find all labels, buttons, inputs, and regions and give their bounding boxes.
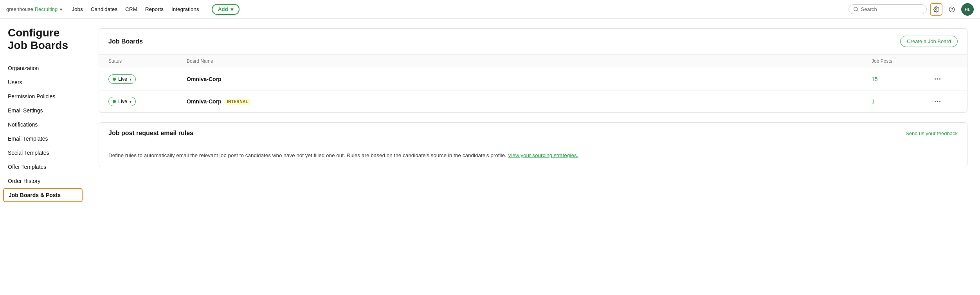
sidebar-item-offer-templates[interactable]: Offer Templates <box>0 160 86 174</box>
job-post-rules-card: Job post request email rules Send us you… <box>99 122 967 167</box>
row1-status-chevron-icon: ▾ <box>130 77 132 81</box>
add-button[interactable]: Add ▾ <box>212 4 240 15</box>
sidebar-item-users[interactable]: Users <box>0 75 86 89</box>
job-post-rules-title: Job post request email rules <box>108 130 193 137</box>
add-label: Add <box>218 6 228 12</box>
job-post-rules-description: Define rules to automatically email the … <box>108 151 958 160</box>
svg-point-2 <box>935 9 937 10</box>
row2-job-posts-link[interactable]: 1 <box>872 98 875 105</box>
job-boards-header: Job Boards Create a Job Board <box>99 29 967 54</box>
main-content: Job Boards Create a Job Board Status Boa… <box>86 19 980 295</box>
sidebar-item-organization[interactable]: Organization <box>0 61 86 75</box>
row1-board-name: Omniva-Corp <box>187 76 872 82</box>
row1-actions-cell: ··· <box>934 75 958 83</box>
row1-job-posts-cell: 15 <box>872 76 934 82</box>
nav-reports[interactable]: Reports <box>145 6 164 12</box>
sidebar-item-permission-policies[interactable]: Permission Policies <box>0 89 86 103</box>
row2-job-posts-cell: 1 <box>872 98 934 105</box>
gear-icon <box>933 6 939 13</box>
page-title: Configure Job Boards <box>0 27 86 61</box>
table-column-headers: Status Board Name Job Posts <box>99 54 967 68</box>
top-navigation: greenhouse Recruiting ▾ Jobs Candidates … <box>0 0 980 19</box>
row1-status-dot <box>113 78 116 81</box>
row1-status-cell: Live ▾ <box>108 74 187 84</box>
row1-status-label: Live <box>118 76 127 82</box>
row2-status-badge[interactable]: Live ▾ <box>108 97 136 106</box>
sidebar-item-social-templates[interactable]: Social Templates <box>0 146 86 160</box>
logo-recruiting-text: Recruiting <box>35 6 58 12</box>
nav-links: Jobs Candidates CRM Reports Integrations… <box>72 4 240 15</box>
nav-integrations[interactable]: Integrations <box>171 6 199 12</box>
feedback-link[interactable]: Send us your feedback <box>906 130 958 136</box>
row2-status-chevron-icon: ▾ <box>130 100 132 104</box>
svg-line-1 <box>857 10 858 11</box>
row2-actions-cell: ··· <box>934 98 958 106</box>
job-boards-title: Job Boards <box>108 38 143 45</box>
nav-candidates[interactable]: Candidates <box>91 6 117 12</box>
search-box[interactable] <box>848 4 927 14</box>
table-row: Live ▾ Omniva-Corp INTERNAL 1 ··· <box>99 90 967 112</box>
sidebar-item-job-boards-posts[interactable]: Job Boards & Posts <box>3 188 83 202</box>
job-post-rules-body: Define rules to automatically email the … <box>99 144 967 167</box>
row2-status-dot <box>113 100 116 103</box>
row2-more-button[interactable]: ··· <box>934 98 941 106</box>
logo-chevron-icon: ▾ <box>60 7 62 12</box>
question-icon <box>949 6 955 13</box>
row1-status-badge[interactable]: Live ▾ <box>108 74 136 84</box>
search-icon <box>854 7 859 12</box>
row2-board-name: Omniva-Corp INTERNAL <box>187 98 872 105</box>
row1-job-posts-link[interactable]: 15 <box>872 76 878 82</box>
nav-right-area: HL <box>848 3 974 16</box>
col-board-name: Board Name <box>187 58 872 64</box>
avatar[interactable]: HL <box>961 3 974 16</box>
add-chevron-icon: ▾ <box>231 6 233 13</box>
nav-jobs[interactable]: Jobs <box>72 6 83 12</box>
sidebar-nav: Organization Users Permission Policies E… <box>0 61 86 202</box>
search-input[interactable] <box>861 6 922 12</box>
sidebar: Configure Job Boards Organization Users … <box>0 19 86 295</box>
sidebar-item-order-history[interactable]: Order History <box>0 174 86 188</box>
nav-crm[interactable]: CRM <box>125 6 137 12</box>
sidebar-item-email-settings[interactable]: Email Settings <box>0 103 86 118</box>
row2-status-label: Live <box>118 99 127 104</box>
table-row: Live ▾ Omniva-Corp 15 ··· <box>99 68 967 90</box>
col-status: Status <box>108 58 187 64</box>
job-post-rules-header: Job post request email rules Send us you… <box>99 123 967 144</box>
job-boards-card: Job Boards Create a Job Board Status Boa… <box>99 28 967 113</box>
logo-greenhouse-text: greenhouse <box>6 6 33 12</box>
sidebar-item-notifications[interactable]: Notifications <box>0 118 86 132</box>
page-layout: Configure Job Boards Organization Users … <box>0 19 980 295</box>
sourcing-strategies-link[interactable]: View your sourcing strategies. <box>508 152 578 158</box>
settings-button[interactable] <box>930 3 942 16</box>
logo-area[interactable]: greenhouse Recruiting ▾ <box>6 6 62 12</box>
row2-status-cell: Live ▾ <box>108 97 187 106</box>
create-job-board-button[interactable]: Create a Job Board <box>900 36 958 47</box>
sidebar-item-email-templates[interactable]: Email Templates <box>0 132 86 146</box>
row1-more-button[interactable]: ··· <box>934 75 941 83</box>
col-actions <box>934 58 958 64</box>
col-job-posts: Job Posts <box>872 58 934 64</box>
help-button[interactable] <box>946 3 958 16</box>
row2-internal-badge: INTERNAL <box>225 99 251 105</box>
